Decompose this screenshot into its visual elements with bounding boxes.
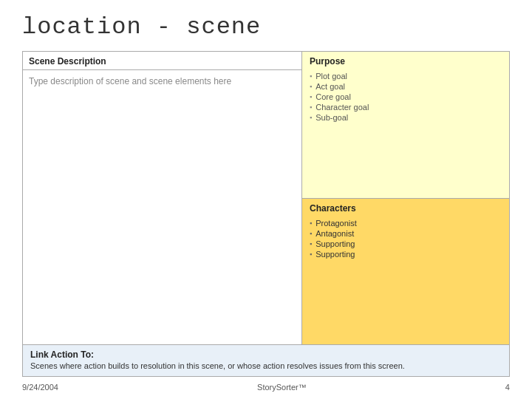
page: location - scene Scene Description Type … [0, 0, 532, 399]
purpose-item-sub[interactable]: Sub-goal [310, 112, 502, 123]
purpose-item-act[interactable]: Act goal [310, 81, 502, 92]
footer-brand: StorySorter™ [257, 383, 307, 392]
footer-date: 9/24/2004 [22, 383, 58, 392]
purpose-item-plot[interactable]: Plot goal [310, 71, 502, 81]
footer: 9/24/2004 StorySorter™ 4 [22, 377, 510, 392]
page-title: location - scene [22, 13, 510, 41]
main-content: Scene Description Type description of sc… [22, 51, 510, 345]
link-action-title: Link Action To: [30, 349, 502, 360]
character-protagonist[interactable]: Protagonist [310, 218, 502, 228]
right-panel: Purpose Plot goal Act goal Core goal Cha… [302, 52, 509, 344]
link-action-text: Scenes where action builds to resolution… [30, 361, 502, 370]
purpose-header: Purpose [310, 56, 502, 66]
left-panel: Scene Description Type description of sc… [23, 52, 302, 344]
characters-box: Characters Protagonist Antagonist Suppor… [302, 199, 509, 345]
footer-page: 4 [505, 383, 510, 392]
purpose-item-character[interactable]: Character goal [310, 102, 502, 112]
characters-list: Protagonist Antagonist Supporting Suppor… [310, 218, 502, 259]
purpose-box: Purpose Plot goal Act goal Core goal Cha… [302, 52, 509, 199]
character-antagonist[interactable]: Antagonist [310, 228, 502, 239]
characters-header: Characters [310, 203, 502, 214]
link-action-box: Link Action To: Scenes where action buil… [22, 345, 510, 377]
character-supporting-1[interactable]: Supporting [310, 239, 502, 249]
character-supporting-2[interactable]: Supporting [310, 249, 502, 259]
scene-description-header: Scene Description [23, 52, 301, 70]
scene-description-body[interactable]: Type description of scene and scene elem… [23, 70, 301, 344]
scene-description-placeholder: Type description of scene and scene elem… [29, 76, 231, 86]
purpose-list: Plot goal Act goal Core goal Character g… [310, 71, 502, 123]
purpose-item-core[interactable]: Core goal [310, 92, 502, 102]
